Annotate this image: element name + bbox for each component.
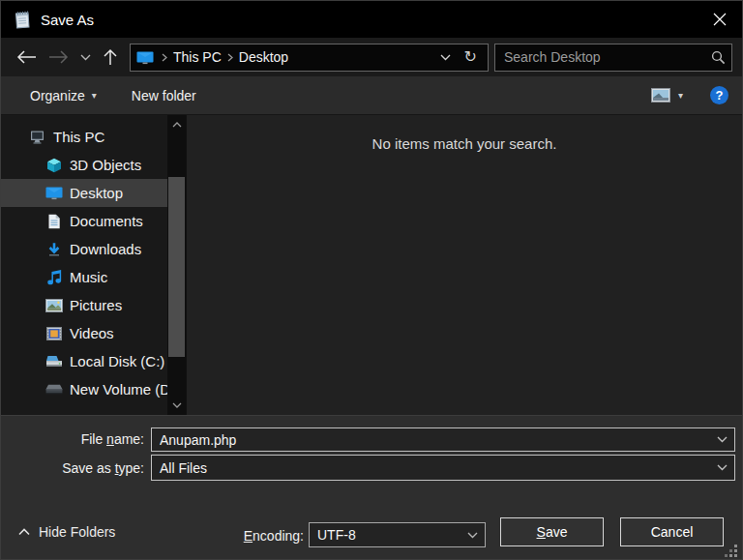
help-button[interactable]: ? bbox=[710, 86, 728, 104]
chevron-up-icon bbox=[172, 122, 182, 128]
3d-objects-icon bbox=[45, 158, 63, 173]
file-name-input[interactable] bbox=[152, 432, 709, 448]
hide-folders-button[interactable]: Hide Folders bbox=[18, 517, 115, 546]
search-input[interactable] bbox=[504, 49, 711, 65]
sidebar-item-music[interactable]: Music bbox=[1, 263, 167, 291]
recent-locations-dropdown[interactable] bbox=[74, 43, 97, 72]
this-pc-icon bbox=[29, 130, 46, 145]
change-view-button[interactable]: ▾ bbox=[651, 88, 683, 103]
command-toolbar: Organize ▾ New folder ▾ ? bbox=[1, 76, 742, 115]
up-button[interactable] bbox=[97, 43, 124, 72]
file-name-combo[interactable] bbox=[151, 427, 735, 452]
scroll-down-button[interactable] bbox=[167, 398, 186, 413]
breadcrumb-separator-icon bbox=[222, 53, 239, 62]
cancel-button[interactable]: Cancel bbox=[620, 517, 724, 546]
file-list-pane[interactable]: No items match your search. bbox=[186, 115, 742, 415]
chevron-down-icon bbox=[80, 54, 91, 61]
sidebar-item-desktop[interactable]: Desktop bbox=[1, 179, 167, 207]
music-icon bbox=[45, 270, 63, 285]
save-button[interactable]: Save bbox=[500, 517, 604, 546]
question-mark-icon: ? bbox=[716, 88, 724, 103]
forward-arrow-icon bbox=[48, 49, 69, 65]
new-folder-button[interactable]: New folder bbox=[126, 81, 202, 110]
save-as-type-value: All Files bbox=[152, 460, 709, 476]
sidebar-item-videos[interactable]: Videos bbox=[1, 319, 167, 347]
save-as-type-combo[interactable]: All Files bbox=[151, 455, 735, 481]
sidebar-item-new-volume-d[interactable]: New Volume (D:) bbox=[1, 375, 167, 403]
chevron-down-icon[interactable] bbox=[709, 436, 734, 443]
downloads-icon bbox=[45, 242, 63, 257]
address-bar[interactable]: This PCDesktop ↻ bbox=[130, 44, 489, 72]
close-button[interactable] bbox=[698, 1, 742, 38]
organize-button[interactable]: Organize ▾ bbox=[24, 81, 103, 110]
breadcrumb-separator-icon bbox=[156, 53, 173, 62]
footer-panel: File name: Save as type: All Files Hide … bbox=[1, 415, 742, 560]
breadcrumb: This PCDesktop bbox=[156, 49, 288, 65]
new-volume-icon bbox=[45, 382, 63, 398]
sidebar-tree: This PC 3D Objects Desktop Documents Dow… bbox=[1, 115, 167, 415]
save-as-dialog: { "window": { "title": "Save As" }, "nav… bbox=[0, 0, 743, 560]
refresh-icon: ↻ bbox=[464, 49, 477, 65]
new-folder-label: New folder bbox=[132, 88, 196, 103]
chevron-down-icon[interactable] bbox=[460, 532, 485, 539]
chevron-down-icon bbox=[440, 54, 451, 61]
chevron-down-icon[interactable] bbox=[709, 464, 734, 471]
videos-icon bbox=[45, 326, 63, 341]
close-icon bbox=[713, 13, 727, 26]
hide-folders-label: Hide Folders bbox=[39, 524, 115, 540]
encoding-value: UTF-8 bbox=[310, 527, 460, 543]
back-button[interactable] bbox=[11, 43, 43, 72]
breadcrumb-item-desktop[interactable]: Desktop bbox=[239, 49, 288, 65]
sidebar-item-downloads[interactable]: Downloads bbox=[1, 235, 167, 263]
encoding-combo[interactable]: UTF-8 bbox=[309, 522, 486, 547]
sidebar-item-pictures[interactable]: Pictures bbox=[1, 291, 167, 319]
search-box bbox=[494, 44, 732, 72]
organize-label: Organize bbox=[30, 88, 85, 103]
empty-message: No items match your search. bbox=[187, 115, 742, 152]
pictures-icon bbox=[45, 298, 63, 313]
sidebar-scrollbar[interactable] bbox=[167, 115, 186, 415]
thumbnail-view-icon bbox=[651, 88, 670, 103]
sidebar-item-3d-objects[interactable]: 3D Objects bbox=[1, 151, 167, 179]
notepad-icon bbox=[13, 10, 32, 29]
sidebar-item-local-disk-c[interactable]: Local Disk (C:) bbox=[1, 347, 167, 375]
desktop-icon bbox=[45, 186, 63, 201]
local-disk-icon bbox=[45, 354, 63, 369]
chevron-up-icon bbox=[18, 528, 30, 536]
breadcrumb-item-this-pc[interactable]: This PC bbox=[173, 49, 222, 65]
scrollbar-thumb[interactable] bbox=[168, 177, 185, 357]
chevron-down-icon bbox=[172, 402, 182, 408]
titlebar: Save As bbox=[1, 1, 742, 38]
forward-button[interactable] bbox=[43, 43, 74, 72]
documents-icon bbox=[45, 214, 63, 229]
chevron-down-icon: ▾ bbox=[678, 90, 683, 101]
sidebar-item-this-pc[interactable]: This PC bbox=[1, 123, 167, 151]
save-as-type-label: Save as type: bbox=[1, 460, 144, 476]
file-name-label: File name: bbox=[1, 431, 144, 447]
address-history-dropdown[interactable] bbox=[433, 54, 458, 61]
back-arrow-icon bbox=[16, 49, 37, 65]
navigation-bar: This PCDesktop ↻ bbox=[1, 38, 742, 76]
sidebar-item-documents[interactable]: Documents bbox=[1, 207, 167, 235]
encoding-label: Encoding: bbox=[163, 528, 304, 544]
resize-grip[interactable] bbox=[725, 545, 737, 557]
desktop-icon bbox=[136, 50, 154, 65]
cancel-label: Cancel bbox=[651, 524, 694, 540]
refresh-button[interactable]: ↻ bbox=[458, 49, 484, 65]
chevron-down-icon: ▾ bbox=[92, 90, 97, 101]
scroll-up-button[interactable] bbox=[167, 117, 186, 133]
up-arrow-icon bbox=[103, 48, 118, 66]
window-title: Save As bbox=[41, 12, 94, 28]
search-icon[interactable] bbox=[711, 50, 726, 65]
content-area: This PC 3D Objects Desktop Documents Dow… bbox=[1, 115, 742, 415]
